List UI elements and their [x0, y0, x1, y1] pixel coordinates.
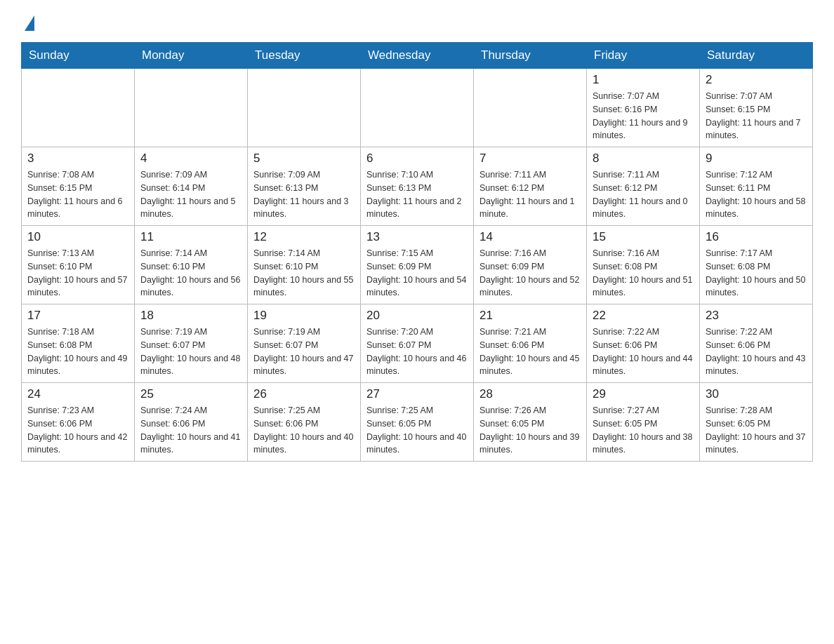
day-of-week-header: Monday [135, 43, 248, 69]
calendar-cell [22, 69, 135, 147]
calendar-cell: 18Sunrise: 7:19 AM Sunset: 6:07 PM Dayli… [135, 304, 248, 383]
day-info: Sunrise: 7:25 AM Sunset: 6:06 PM Dayligh… [253, 404, 355, 457]
day-number: 5 [253, 152, 355, 166]
calendar-cell: 22Sunrise: 7:22 AM Sunset: 6:06 PM Dayli… [587, 304, 700, 383]
day-number: 7 [479, 152, 581, 166]
day-of-week-header: Sunday [22, 43, 135, 69]
calendar-cell: 7Sunrise: 7:11 AM Sunset: 6:12 PM Daylig… [474, 147, 587, 226]
calendar-cell: 13Sunrise: 7:15 AM Sunset: 6:09 PM Dayli… [361, 226, 474, 304]
day-number: 15 [593, 230, 694, 244]
calendar-cell: 26Sunrise: 7:25 AM Sunset: 6:06 PM Dayli… [248, 383, 361, 462]
day-number: 10 [27, 230, 128, 244]
calendar-table: SundayMondayTuesdayWednesdayThursdayFrid… [21, 42, 813, 462]
day-of-week-header: Tuesday [248, 43, 361, 69]
week-row: 10Sunrise: 7:13 AM Sunset: 6:10 PM Dayli… [22, 226, 813, 304]
day-info: Sunrise: 7:18 AM Sunset: 6:08 PM Dayligh… [27, 326, 128, 378]
calendar-cell: 8Sunrise: 7:11 AM Sunset: 6:12 PM Daylig… [587, 147, 700, 226]
day-info: Sunrise: 7:23 AM Sunset: 6:06 PM Dayligh… [27, 404, 128, 457]
calendar-cell: 27Sunrise: 7:25 AM Sunset: 6:05 PM Dayli… [361, 383, 474, 462]
day-number: 22 [593, 309, 694, 323]
day-of-week-header: Wednesday [361, 43, 474, 69]
day-info: Sunrise: 7:07 AM Sunset: 6:15 PM Dayligh… [706, 90, 807, 142]
day-info: Sunrise: 7:16 AM Sunset: 6:08 PM Dayligh… [593, 247, 694, 300]
day-info: Sunrise: 7:15 AM Sunset: 6:09 PM Dayligh… [366, 247, 468, 300]
day-of-week-header: Friday [587, 43, 700, 69]
day-info: Sunrise: 7:20 AM Sunset: 6:07 PM Dayligh… [366, 326, 468, 378]
calendar-cell: 30Sunrise: 7:28 AM Sunset: 6:05 PM Dayli… [700, 383, 813, 462]
day-info: Sunrise: 7:21 AM Sunset: 6:06 PM Dayligh… [479, 326, 581, 378]
day-of-week-header: Saturday [700, 43, 813, 69]
day-info: Sunrise: 7:09 AM Sunset: 6:13 PM Dayligh… [253, 168, 355, 221]
day-info: Sunrise: 7:27 AM Sunset: 6:05 PM Dayligh… [593, 404, 694, 457]
calendar-cell: 6Sunrise: 7:10 AM Sunset: 6:13 PM Daylig… [361, 147, 474, 226]
day-number: 8 [593, 152, 694, 166]
calendar-cell: 16Sunrise: 7:17 AM Sunset: 6:08 PM Dayli… [700, 226, 813, 304]
day-number: 4 [140, 152, 241, 166]
day-number: 17 [27, 309, 128, 323]
week-row: 24Sunrise: 7:23 AM Sunset: 6:06 PM Dayli… [22, 383, 813, 462]
day-info: Sunrise: 7:22 AM Sunset: 6:06 PM Dayligh… [593, 326, 694, 378]
day-number: 1 [593, 73, 694, 87]
week-row: 1Sunrise: 7:07 AM Sunset: 6:16 PM Daylig… [22, 69, 813, 147]
day-number: 30 [706, 387, 807, 401]
day-number: 26 [253, 387, 355, 401]
calendar-cell: 3Sunrise: 7:08 AM Sunset: 6:15 PM Daylig… [22, 147, 135, 226]
day-number: 11 [140, 230, 241, 244]
day-info: Sunrise: 7:11 AM Sunset: 6:12 PM Dayligh… [479, 168, 581, 221]
day-info: Sunrise: 7:24 AM Sunset: 6:06 PM Dayligh… [140, 404, 241, 457]
day-info: Sunrise: 7:14 AM Sunset: 6:10 PM Dayligh… [140, 247, 241, 300]
week-row: 17Sunrise: 7:18 AM Sunset: 6:08 PM Dayli… [22, 304, 813, 383]
calendar-cell: 15Sunrise: 7:16 AM Sunset: 6:08 PM Dayli… [587, 226, 700, 304]
calendar-cell: 2Sunrise: 7:07 AM Sunset: 6:15 PM Daylig… [700, 69, 813, 147]
day-info: Sunrise: 7:22 AM Sunset: 6:06 PM Dayligh… [706, 326, 807, 378]
logo [21, 14, 34, 31]
day-info: Sunrise: 7:08 AM Sunset: 6:15 PM Dayligh… [27, 168, 128, 221]
calendar-cell: 25Sunrise: 7:24 AM Sunset: 6:06 PM Dayli… [135, 383, 248, 462]
day-number: 12 [253, 230, 355, 244]
day-info: Sunrise: 7:19 AM Sunset: 6:07 PM Dayligh… [253, 326, 355, 378]
day-info: Sunrise: 7:13 AM Sunset: 6:10 PM Dayligh… [27, 247, 128, 300]
day-info: Sunrise: 7:28 AM Sunset: 6:05 PM Dayligh… [706, 404, 807, 457]
day-of-week-header: Thursday [474, 43, 587, 69]
calendar-cell: 23Sunrise: 7:22 AM Sunset: 6:06 PM Dayli… [700, 304, 813, 383]
day-number: 18 [140, 309, 241, 323]
day-info: Sunrise: 7:17 AM Sunset: 6:08 PM Dayligh… [706, 247, 807, 300]
day-info: Sunrise: 7:26 AM Sunset: 6:05 PM Dayligh… [479, 404, 581, 457]
day-number: 3 [27, 152, 128, 166]
calendar-cell: 4Sunrise: 7:09 AM Sunset: 6:14 PM Daylig… [135, 147, 248, 226]
calendar-cell [474, 69, 587, 147]
page-header [21, 14, 813, 31]
day-number: 19 [253, 309, 355, 323]
day-info: Sunrise: 7:09 AM Sunset: 6:14 PM Dayligh… [140, 168, 241, 221]
calendar-cell [248, 69, 361, 147]
calendar-cell [135, 69, 248, 147]
calendar-cell: 12Sunrise: 7:14 AM Sunset: 6:10 PM Dayli… [248, 226, 361, 304]
day-number: 28 [479, 387, 581, 401]
day-number: 9 [706, 152, 807, 166]
day-number: 20 [366, 309, 468, 323]
day-number: 16 [706, 230, 807, 244]
calendar-cell: 11Sunrise: 7:14 AM Sunset: 6:10 PM Dayli… [135, 226, 248, 304]
calendar-cell: 9Sunrise: 7:12 AM Sunset: 6:11 PM Daylig… [700, 147, 813, 226]
calendar-cell: 10Sunrise: 7:13 AM Sunset: 6:10 PM Dayli… [22, 226, 135, 304]
day-info: Sunrise: 7:16 AM Sunset: 6:09 PM Dayligh… [479, 247, 581, 300]
day-info: Sunrise: 7:14 AM Sunset: 6:10 PM Dayligh… [253, 247, 355, 300]
day-number: 14 [479, 230, 581, 244]
calendar-header-row: SundayMondayTuesdayWednesdayThursdayFrid… [22, 43, 813, 69]
calendar-cell: 1Sunrise: 7:07 AM Sunset: 6:16 PM Daylig… [587, 69, 700, 147]
day-number: 27 [366, 387, 468, 401]
week-row: 3Sunrise: 7:08 AM Sunset: 6:15 PM Daylig… [22, 147, 813, 226]
day-number: 25 [140, 387, 241, 401]
day-info: Sunrise: 7:12 AM Sunset: 6:11 PM Dayligh… [706, 168, 807, 221]
day-number: 2 [706, 73, 807, 87]
day-number: 23 [706, 309, 807, 323]
calendar-cell: 29Sunrise: 7:27 AM Sunset: 6:05 PM Dayli… [587, 383, 700, 462]
calendar-cell: 14Sunrise: 7:16 AM Sunset: 6:09 PM Dayli… [474, 226, 587, 304]
day-number: 21 [479, 309, 581, 323]
calendar-cell [361, 69, 474, 147]
calendar-cell: 20Sunrise: 7:20 AM Sunset: 6:07 PM Dayli… [361, 304, 474, 383]
day-info: Sunrise: 7:11 AM Sunset: 6:12 PM Dayligh… [593, 168, 694, 221]
day-info: Sunrise: 7:07 AM Sunset: 6:16 PM Dayligh… [593, 90, 694, 142]
day-info: Sunrise: 7:19 AM Sunset: 6:07 PM Dayligh… [140, 326, 241, 378]
calendar-cell: 19Sunrise: 7:19 AM Sunset: 6:07 PM Dayli… [248, 304, 361, 383]
